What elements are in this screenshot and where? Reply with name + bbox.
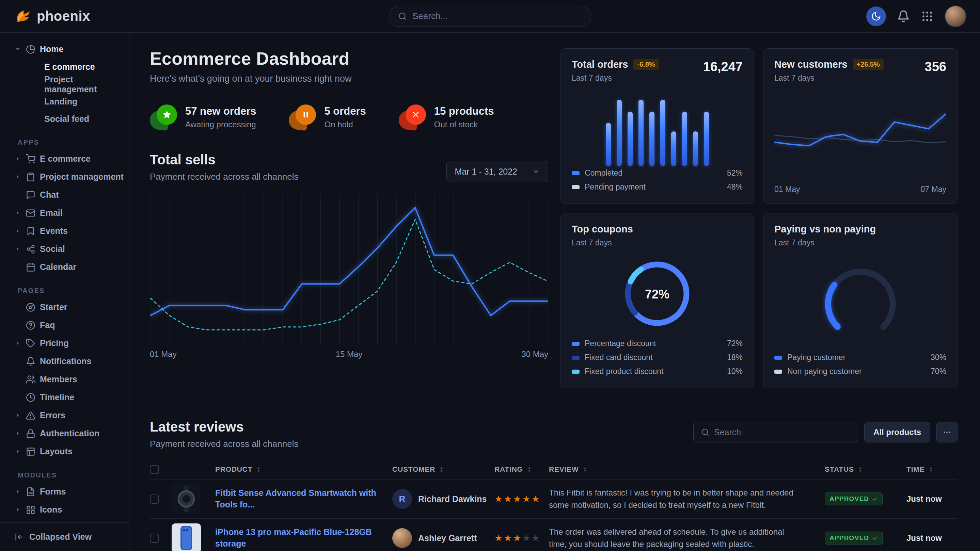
caret-right-icon xyxy=(14,412,21,419)
sidebar-subitem-project-management[interactable]: Project management xyxy=(14,76,121,93)
legend-swatch xyxy=(572,185,579,189)
row-checkbox[interactable] xyxy=(150,494,159,504)
sidebar-subitem-social-feed[interactable]: Social feed xyxy=(14,110,121,128)
sidebar-item-authentication[interactable]: Authentication xyxy=(14,424,121,442)
stat-blob xyxy=(150,105,177,130)
card-title-text: Paying vs non paying xyxy=(774,224,876,235)
sidebar-item-label: Members xyxy=(40,374,77,384)
calendar-icon xyxy=(26,262,35,272)
legend-item: Non-paying customer70% xyxy=(774,365,946,378)
sidebar-item-label: Email xyxy=(40,208,63,218)
table-row: Fitbit Sense Advanced Smartwatch with To… xyxy=(150,479,958,518)
sidebar-item-calendar[interactable]: Calendar xyxy=(14,258,121,276)
column-header-product[interactable]: PRODUCT xyxy=(215,465,392,473)
all-products-button[interactable]: All products xyxy=(864,422,930,442)
sidebar-item-label: Pricing xyxy=(40,338,69,348)
sidebar-item-forms[interactable]: Forms xyxy=(14,483,121,501)
sort-icon xyxy=(928,466,934,473)
bar xyxy=(606,123,611,166)
avatar: R xyxy=(392,489,412,509)
theme-toggle-button[interactable] xyxy=(866,6,886,26)
legend-value: 10% xyxy=(727,367,743,376)
sidebar-section-title: MODULES xyxy=(14,472,121,479)
sidebar-item-label: Layouts xyxy=(40,446,73,456)
main-content: Ecommerce Dashboard Here's what's going … xyxy=(129,33,980,551)
user-avatar[interactable] xyxy=(945,5,966,27)
lock-icon xyxy=(26,429,35,438)
sort-icon xyxy=(526,466,533,473)
sidebar-item-label: Forms xyxy=(40,487,66,497)
date-range-select[interactable]: Mar 1 - 31, 2022 xyxy=(446,161,548,182)
sidebar-item-email[interactable]: Email xyxy=(14,204,121,222)
sidebar-subitem-landing[interactable]: Landing xyxy=(14,93,121,110)
product-image xyxy=(172,484,201,514)
product-link[interactable]: Fitbit Sense Advanced Smartwatch with To… xyxy=(215,487,392,510)
sidebar-item-home[interactable]: Home xyxy=(14,40,121,58)
sidebar-item-notifications[interactable]: Notifications xyxy=(14,352,121,370)
sidebar-item-icons[interactable]: Icons xyxy=(14,501,121,519)
navbar-actions xyxy=(866,5,966,27)
global-search[interactable] xyxy=(389,6,591,27)
product-image xyxy=(172,524,201,551)
sidebar-item-starter[interactable]: Starter xyxy=(14,298,121,316)
new-customers-x-labels: 01 May 07 May xyxy=(774,179,946,194)
sidebar-item-layouts[interactable]: Layouts xyxy=(14,442,121,460)
column-header-customer[interactable]: CUSTOMER xyxy=(392,465,495,473)
x-label: 01 May xyxy=(150,349,177,359)
column-header-review[interactable]: REVIEW xyxy=(549,465,825,473)
search-input[interactable] xyxy=(412,11,582,21)
caret-right-icon xyxy=(14,209,21,216)
caret-right-icon xyxy=(14,488,21,495)
sidebar-item-timeline[interactable]: Timeline xyxy=(14,388,121,407)
sidebar-item-e-commerce[interactable]: E commerce xyxy=(14,150,121,168)
brand[interactable]: phoenix xyxy=(14,8,90,25)
sidebar-item-faq[interactable]: Faq xyxy=(14,316,121,334)
row-checkbox[interactable] xyxy=(150,534,159,543)
sidebar-item-errors[interactable]: Errors xyxy=(14,407,121,424)
column-header-rating[interactable]: RATING xyxy=(495,465,549,473)
table-row: iPhone 13 pro max-Pacific Blue-128GB sto… xyxy=(150,518,958,551)
more-options-button[interactable] xyxy=(936,422,958,442)
customer-cell: Ashley Garrett xyxy=(392,528,495,548)
layout-icon xyxy=(26,447,35,456)
product-link[interactable]: iPhone 13 pro max-Pacific Blue-128GB sto… xyxy=(215,527,392,549)
sidebar-item-chat[interactable]: Chat xyxy=(14,186,121,204)
sidebar-subitem-e-commerce[interactable]: E commerce xyxy=(14,58,121,76)
collapse-view-button[interactable]: Collapsed View xyxy=(0,522,129,551)
card-title: New customers +26.5% xyxy=(774,59,946,70)
sidebar-item-project-management[interactable]: Project management xyxy=(14,168,121,186)
date-range-value: Mar 1 - 31, 2022 xyxy=(455,167,517,177)
reviews-search[interactable] xyxy=(693,422,858,442)
sidebar-item-members[interactable]: Members xyxy=(14,370,121,388)
select-all-checkbox[interactable] xyxy=(150,465,159,474)
sidebar-item-label: E commerce xyxy=(40,154,91,164)
check-icon xyxy=(872,535,878,541)
reviews-search-input[interactable] xyxy=(714,427,850,437)
sidebar-item-events[interactable]: Events xyxy=(14,222,121,240)
total-orders-value: 16,247 xyxy=(703,60,743,74)
pie-chart-icon xyxy=(26,44,35,54)
help-circle-icon xyxy=(26,321,35,330)
stat-blob xyxy=(399,105,426,130)
orders-legend: Completed52%Pending payment48% xyxy=(572,166,743,194)
card-period: Last 7 days xyxy=(572,238,743,248)
star-filled-icon: ★ xyxy=(531,494,541,504)
column-header-status[interactable]: STATUS xyxy=(825,465,907,473)
sidebar-item-tables[interactable]: Tables xyxy=(14,519,121,522)
caret-right-icon xyxy=(14,245,21,252)
sidebar-item-pricing[interactable]: Pricing xyxy=(14,334,121,352)
brand-name: phoenix xyxy=(37,8,90,24)
sidebar-item-social[interactable]: Social xyxy=(14,240,121,258)
total-sells-title: Total sells xyxy=(150,152,298,167)
sidebar-item-label: Chat xyxy=(40,190,59,200)
coupons-donut-chart: 72% xyxy=(572,254,743,335)
stat-out-of-stock: 15 productsOut of stock xyxy=(399,105,494,130)
sidebar-nav: HomeE commerceProject managementLandingS… xyxy=(0,33,129,522)
check-icon xyxy=(872,496,878,502)
chevron-down-icon xyxy=(532,168,540,175)
change-badge: -6.8% xyxy=(633,59,659,70)
stats-row: 57 new ordersAwating processing5 ordersO… xyxy=(150,105,548,130)
column-header-time[interactable]: TIME xyxy=(907,465,958,473)
legend-label: Non-paying customer xyxy=(787,367,862,376)
clock-icon xyxy=(26,393,35,402)
